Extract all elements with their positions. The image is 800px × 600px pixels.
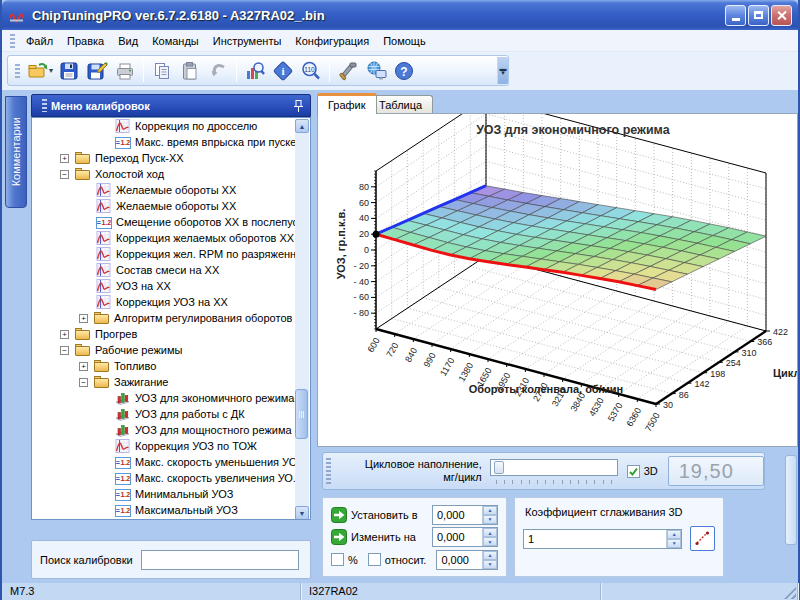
tree-item-19[interactable]: УОЗ для мощностного режима xyxy=(32,422,296,438)
surface-chart[interactable]: 806040200- 20- 40- 60- 80600720840990117… xyxy=(318,114,797,446)
help-button[interactable]: ? xyxy=(390,58,418,84)
tree-item-12[interactable]: +Алгоритм регулирования оборотов xyxy=(32,310,296,326)
copy-button[interactable] xyxy=(148,58,176,84)
save-button[interactable] xyxy=(55,58,83,84)
cyclic-fill-slider[interactable] xyxy=(490,457,617,485)
scale-value-spinner[interactable]: 0,000 ▲▼ xyxy=(436,550,498,570)
tree-item-8[interactable]: Коррекция жел. RPM по разряженн xyxy=(32,246,296,262)
checkbox-3d[interactable] xyxy=(627,465,640,478)
smooth-apply-button[interactable] xyxy=(690,526,715,551)
tree-item-23[interactable]: =1.2Минимальный УОЗ xyxy=(32,486,296,502)
resize-grip[interactable] xyxy=(784,587,796,599)
tree-vertical-scrollbar[interactable]: ▲ ▼ xyxy=(295,119,309,520)
tree-item-14[interactable]: −Рабочие режимы xyxy=(32,342,296,358)
change-value-button[interactable] xyxy=(331,529,347,545)
tab-tablica[interactable]: Таблица xyxy=(368,95,433,114)
smoothing-value-text[interactable]: 1 xyxy=(524,530,666,548)
minimize-button[interactable] xyxy=(725,5,746,26)
svg-text:i: i xyxy=(281,65,284,77)
tree-item-0[interactable]: Коррекция по дросселю xyxy=(32,118,296,134)
tree-item-6[interactable]: =1.2Смещение оборотов ХХ в послепуск xyxy=(32,214,296,230)
menu-item-3[interactable]: Команды xyxy=(145,32,206,50)
expand-toggle[interactable]: + xyxy=(79,362,88,371)
tree-item-2[interactable]: +Переход Пуск-ХХ xyxy=(32,150,296,166)
tree-item-label: Коррекция по дросселю xyxy=(135,120,257,132)
chart-panel[interactable]: 806040200- 20- 40- 60- 80600720840990117… xyxy=(317,113,798,447)
tree-item-20[interactable]: Коррекция УОЗ по ТОЖ xyxy=(32,438,296,454)
folder-icon xyxy=(75,151,91,165)
print-button[interactable] xyxy=(111,58,139,84)
open-file-dropdown[interactable]: ▾ xyxy=(49,66,53,75)
collapsed-panel-strip[interactable] xyxy=(785,455,797,545)
set-value-text[interactable]: 0,000 xyxy=(433,506,482,524)
spin-buttons[interactable]: ▲▼ xyxy=(666,530,681,548)
search-input[interactable] xyxy=(141,550,299,570)
tree-item-22[interactable]: =1.2Макс. скорость увеличения УО. xyxy=(32,470,296,486)
help-icon: ? xyxy=(393,60,415,82)
toolbar-overflow-button[interactable]: ▬▾ xyxy=(497,57,508,84)
close-button[interactable] xyxy=(771,5,792,26)
tree-item-1[interactable]: =1.2Макс. время впрыска при пуске xyxy=(32,134,296,150)
open-file-button[interactable] xyxy=(24,58,52,84)
smoothing-spinner[interactable]: 1 ▲▼ xyxy=(523,529,682,549)
tree-item-10[interactable]: УОЗ на ХХ xyxy=(32,278,296,294)
spin-buttons[interactable]: ▲▼ xyxy=(482,528,497,546)
tree-item-4[interactable]: Желаемые обороты ХХ xyxy=(32,182,296,198)
tree-item-17[interactable]: УОЗ для экономичного режима xyxy=(32,390,296,406)
relative-checkbox[interactable] xyxy=(368,553,381,566)
scroll-thumb[interactable] xyxy=(295,389,308,439)
tab-grafik[interactable]: График xyxy=(317,93,377,114)
change-value-spinner[interactable]: 0,000 ▲▼ xyxy=(432,527,498,547)
set-value-button[interactable] xyxy=(331,507,347,523)
save-as-button[interactable] xyxy=(83,58,111,84)
menu-item-5[interactable]: Конфигурация xyxy=(288,32,376,50)
scroll-down-button[interactable]: ▼ xyxy=(295,506,309,520)
expand-toggle[interactable]: + xyxy=(60,154,69,163)
tree-item-11[interactable]: Коррекция УОЗ на ХХ xyxy=(32,294,296,310)
menu-item-2[interactable]: Вид xyxy=(111,32,145,50)
binary-search-button[interactable]: 110 xyxy=(297,58,325,84)
slider-groove[interactable] xyxy=(490,459,618,476)
menu-item-0[interactable]: Файл xyxy=(19,32,60,50)
info-button[interactable]: i xyxy=(269,58,297,84)
tree-item-16[interactable]: −Зажигание xyxy=(32,374,296,390)
expand-toggle[interactable]: + xyxy=(60,330,69,339)
expand-toggle[interactable]: + xyxy=(79,314,88,323)
tree-item-13[interactable]: +Прогрев xyxy=(32,326,296,342)
edit-groupbox: Установить в 0,000 ▲▼ Изменить на 0,000 … xyxy=(322,497,507,577)
slider-thumb[interactable] xyxy=(494,461,504,474)
tree-item-18[interactable]: УОЗ для работы с ДК xyxy=(32,406,296,422)
menu-item-6[interactable]: Помощь xyxy=(376,32,433,50)
tree-item-3[interactable]: −Холостой ход xyxy=(32,166,296,182)
undo-button[interactable] xyxy=(204,58,232,84)
menu-item-1[interactable]: Правка xyxy=(60,32,111,50)
collapse-toggle[interactable]: − xyxy=(60,170,69,179)
collapse-toggle[interactable]: − xyxy=(60,346,69,355)
paste-button[interactable] xyxy=(176,58,204,84)
tree-item-7[interactable]: Коррекция желаемых оборотов ХХ xyxy=(32,230,296,246)
internet-button[interactable] xyxy=(362,58,390,84)
set-value-spinner[interactable]: 0,000 ▲▼ xyxy=(432,505,498,525)
view-chart-button[interactable] xyxy=(241,58,269,84)
tree-item-5[interactable]: Желаемые обороты ХХ xyxy=(32,198,296,214)
tree-item-15[interactable]: +Топливо xyxy=(32,358,296,374)
scroll-up-button[interactable]: ▲ xyxy=(295,119,309,133)
change-value-text[interactable]: 0,000 xyxy=(433,528,482,546)
tree-item-9[interactable]: Состав смеси на ХХ xyxy=(32,262,296,278)
menu-item-4[interactable]: Инструменты xyxy=(206,32,289,50)
tools-button[interactable] xyxy=(334,58,362,84)
percent-checkbox[interactable] xyxy=(331,553,344,566)
comments-side-tab[interactable]: Комментарии xyxy=(5,96,27,208)
spin-buttons[interactable]: ▲▼ xyxy=(482,506,497,524)
svg-text:422: 422 xyxy=(773,327,788,337)
tree-item-24[interactable]: =1.2Максимальный УОЗ xyxy=(32,502,296,518)
chart-2d-icon xyxy=(115,439,131,453)
calibration-tree-wrap: Коррекция по дросселю=1.2Макс. время впр… xyxy=(31,117,311,520)
scale-value-text[interactable]: 0,000 xyxy=(437,551,482,569)
maximize-button[interactable] xyxy=(748,5,769,26)
collapse-toggle[interactable]: − xyxy=(79,378,88,387)
tree-item-21[interactable]: =1.2Макс. скорость уменьшения УО xyxy=(32,454,296,470)
spin-buttons[interactable]: ▲▼ xyxy=(482,551,497,569)
pin-icon[interactable] xyxy=(293,99,304,113)
panel-drag-grip[interactable] xyxy=(326,458,331,484)
